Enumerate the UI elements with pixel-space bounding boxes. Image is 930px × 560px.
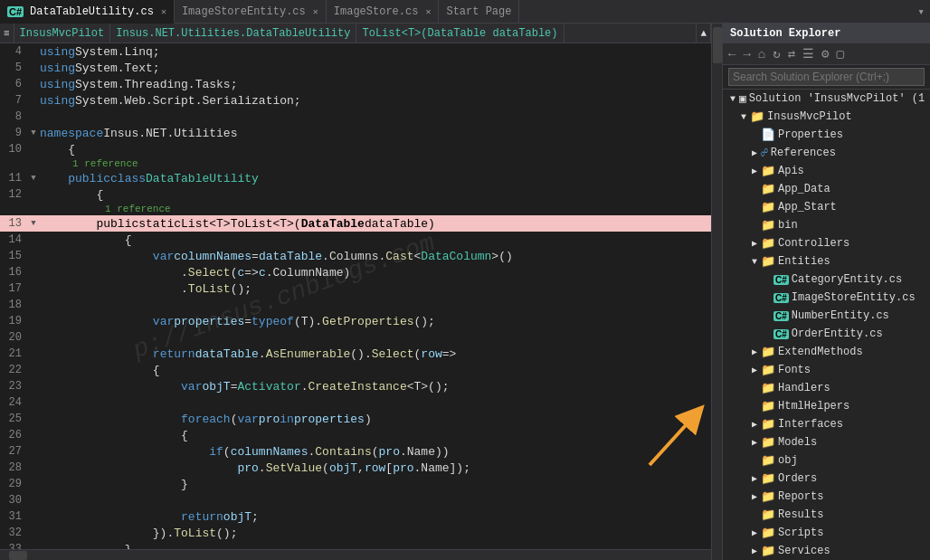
collapse-btn-11[interactable]: ▼ [31, 174, 35, 183]
se-toolbar-refresh-btn[interactable]: ↻ [771, 44, 782, 63]
horizontal-scrollbar[interactable] [0, 549, 711, 560]
solution-icon: ▣ [739, 91, 746, 106]
entities-icon: 📁 [761, 254, 775, 269]
se-toolbar-showall-btn[interactable]: ☰ [801, 44, 816, 63]
line-num-24: 24 [0, 396, 27, 409]
line-num-13: 13 [0, 217, 27, 230]
tab-close-imagestoreenity[interactable]: ✕ [313, 6, 318, 17]
tree-item-project[interactable]: ▼ 📁 InsusMvcPilot [723, 108, 930, 126]
tree-item-solution[interactable]: ▼ ▣ Solution 'InsusMvcPilot' (1 project) [723, 90, 930, 108]
solution-explorer-search-input[interactable] [728, 68, 925, 86]
tree-item-interfaces[interactable]: ▶ 📁 Interfaces [723, 415, 930, 433]
tree-item-appstart[interactable]: ▶ 📁 App_Start [723, 198, 930, 216]
line-num-21: 21 [0, 347, 27, 360]
code-line-10: { [40, 141, 75, 157]
tree-item-entities[interactable]: ▼ 📁 Entities [723, 252, 930, 271]
se-toolbar-preview-btn[interactable]: ▢ [835, 44, 846, 63]
line-num-8: 8 [0, 110, 27, 123]
tree-item-properties[interactable]: ▶ 📄 Properties [723, 126, 930, 144]
tree-item-models[interactable]: ▶ 📁 Models [723, 433, 930, 451]
code-line-20 [40, 329, 47, 346]
line-num-28: 28 [0, 461, 27, 474]
models-icon: 📁 [761, 435, 775, 450]
tree-item-extendmethods[interactable]: ▶ 📁 ExtendMethods [723, 343, 930, 361]
tab-overflow-button[interactable]: ▾ [912, 0, 930, 23]
collapse-btn-9[interactable]: ▼ [31, 128, 35, 138]
tree-label-properties: Properties [778, 128, 843, 141]
orderentity-icon: C# [773, 327, 789, 341]
tab-label-imagestore: ImageStore.cs [334, 5, 419, 18]
ref-label-1: 1 reference [40, 157, 138, 170]
scripts-icon: 📁 [761, 526, 775, 540]
breadcrumb-menu-btn[interactable]: ≡ [0, 24, 14, 43]
code-line-30 [40, 492, 47, 508]
breadcrumb-project[interactable]: InsusMvcPilot [14, 24, 111, 43]
tree-arrow-references: ▶ [748, 147, 761, 158]
tree-item-fonts[interactable]: ▶ 📁 Fonts [723, 361, 930, 379]
tree-label-scripts: Scripts [778, 527, 823, 539]
tree-item-services[interactable]: ▶ 📁 Services [723, 542, 930, 560]
tree-item-references[interactable]: ▶ ☍ References [723, 144, 930, 162]
tab-imagestore[interactable]: ImageStore.cs ✕ [327, 0, 440, 23]
line-num-18: 18 [0, 299, 27, 311]
tab-close-datatableutility[interactable]: ✕ [161, 6, 166, 17]
tree-item-apis[interactable]: ▶ 📁 Apis [723, 162, 930, 180]
breadcrumb-method[interactable]: ToList<T>(DataTable dataTable) [356, 24, 564, 43]
gutter-9: ▼ [27, 128, 40, 138]
line-num-12: 12 [0, 188, 27, 201]
tree-item-reports[interactable]: ▶ 📁 Reports [723, 488, 930, 506]
tree-item-bin[interactable]: ▶ 📁 bin [723, 216, 930, 234]
tree-arrow-numberentity: ▶ [761, 310, 773, 321]
tree-label-project: InsusMvcPilot [767, 110, 852, 123]
scroll-up-btn[interactable]: ▲ [696, 24, 711, 43]
tree-label-results: Results [778, 508, 823, 521]
tree-arrow-orders: ▶ [748, 473, 761, 484]
tree-item-categoryentity[interactable]: ▶ C# CategoryEntity.cs [723, 271, 930, 289]
code-editor[interactable]: p://insus.cnblogs.com 4 using System.Lin… [0, 43, 711, 549]
tree-item-orderentity[interactable]: ▶ C# OrderEntity.cs [723, 325, 930, 343]
se-toolbar-fwd-btn[interactable]: → [741, 45, 752, 63]
results-icon: 📁 [761, 508, 775, 522]
tab-datatableutility[interactable]: C# DataTableUtility.cs ✕ [0, 0, 175, 24]
code-line-12: { [40, 186, 103, 203]
obj-icon: 📁 [761, 453, 775, 468]
line-num-5: 5 [0, 62, 27, 74]
extendmethods-icon: 📁 [761, 345, 775, 359]
tab-startpage[interactable]: Start Page [439, 0, 519, 23]
code-line-14: { [40, 232, 131, 248]
tree-item-handlers[interactable]: ▶ 📁 Handlers [723, 379, 930, 397]
tree-item-scripts[interactable]: ▶ 📁 Scripts [723, 524, 930, 542]
tab-imagestoreenity[interactable]: ImageStoreEntity.cs ✕ [175, 0, 327, 23]
breadcrumb-class[interactable]: Insus.NET.Utilities.DataTableUtility [110, 24, 356, 43]
line-num-4: 4 [0, 45, 27, 58]
line-num-33: 33 [0, 543, 27, 549]
line-num-14: 14 [0, 233, 27, 246]
se-toolbar-back-btn[interactable]: ← [726, 45, 737, 63]
tree-item-imagestoreenity-tree[interactable]: ▶ C# ImageStoreEntity.cs [723, 289, 930, 307]
line-num-6: 6 [0, 78, 27, 90]
vertical-scrollbar[interactable] [711, 24, 722, 560]
collapse-btn-13[interactable]: ▼ [31, 219, 35, 228]
tree-label-interfaces: Interfaces [778, 418, 843, 431]
reports-icon: 📁 [761, 489, 775, 504]
tree-item-htmlhelpers[interactable]: ▶ 📁 HtmlHelpers [723, 397, 930, 415]
code-line-18 [40, 297, 47, 313]
fonts-icon: 📁 [761, 363, 775, 377]
tree-item-orders[interactable]: ▶ 📁 Orders [723, 470, 930, 488]
tree-item-numberentity[interactable]: ▶ C# NumberEntity.cs [723, 307, 930, 325]
code-line-24 [40, 394, 47, 411]
tree-item-appdata[interactable]: ▶ 📁 App_Data [723, 180, 930, 198]
tree-arrow-obj: ▶ [748, 455, 761, 466]
tree-label-appdata: App_Data [778, 183, 830, 195]
se-toolbar-props-btn[interactable]: ⚙ [820, 44, 830, 63]
tree-item-controllers[interactable]: ▶ 📁 Controllers [723, 234, 930, 252]
se-toolbar-home-btn[interactable]: ⌂ [756, 45, 767, 63]
references-icon: ☍ [761, 146, 768, 160]
line-num-26: 26 [0, 429, 27, 441]
tree-item-obj[interactable]: ▶ 📁 obj [723, 451, 930, 470]
line-num-7: 7 [0, 94, 27, 107]
tree-item-results[interactable]: ▶ 📁 Results [723, 506, 930, 524]
se-toolbar-sync-btn[interactable]: ⇄ [786, 44, 797, 63]
tree-label-solution: Solution 'InsusMvcPilot' (1 project) [749, 92, 930, 105]
tab-close-imagestore[interactable]: ✕ [425, 6, 431, 17]
